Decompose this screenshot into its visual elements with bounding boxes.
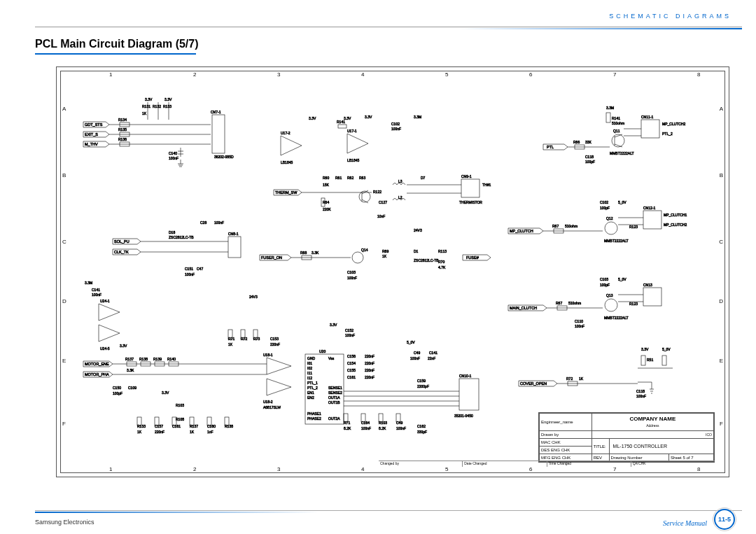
label-1k-1: 3.3K [312,251,319,255]
pin-i11: I11 [307,371,312,375]
label-c102: C102 [391,122,400,126]
pin-out1a: SENSE1 [328,386,342,390]
label-24v3-4: 5_0V [662,347,671,351]
grid-col-6-top: 6 [529,71,532,78]
grid-col-3-top: 3 [277,71,280,78]
label-510-3: 510ohm [568,301,581,305]
label-33v-7: 3.3V [162,391,169,395]
label-q13-r: Q13 [606,293,613,297]
pin-vbb: Vss [328,356,335,360]
label-r66-b: R67 [556,301,562,305]
net-sol-pu: SOL_PU [114,239,130,244]
label-lb1845: A6817SLW [263,405,281,409]
net-motor-pha: MOTOR_PHA [85,372,109,377]
grid-col-6-bot: 6 [529,466,532,472]
tb-company: COMPANY NAME [629,416,676,422]
label-c160: C162 [417,424,426,428]
grid-row-a-right: A [720,106,723,112]
label-c127: C127 [379,200,387,204]
label-c154: C156 [347,354,356,358]
label-r109: R69 [382,249,388,253]
label-100nf-8: 100nF [410,356,420,360]
net-fuser-on: FUSER_ON [261,255,282,260]
svg-rect-71 [641,120,659,138]
change-row: Changed by Date Changed Time Changed QA … [379,461,715,467]
grid-col-4-top: 4 [361,71,364,78]
label-8.2k: 8.2K [344,426,351,430]
label-r66: R64 [323,200,329,204]
label-33v-6: 3.3V [120,344,127,348]
net-m-thv: M_THV [85,142,98,146]
tb-title-label: TITLE: [592,439,609,454]
label-q12: Q12 [606,216,613,220]
label-c47: C47 [197,267,203,271]
label-c141: C150 [113,386,121,390]
svg-point-37 [352,252,363,263]
pin-i02: I02 [307,366,312,370]
label-d7: D7 [421,176,426,180]
label-c103: C103 [600,277,608,281]
tb-drawing-title: ML-1750 CONTROLLER [609,439,713,454]
label-r68: R60 [323,176,329,180]
pin-sense1: PHASE1 [307,412,321,416]
pin-mode: OUT2A [328,416,340,421]
pin-i12: I12 [307,376,312,380]
label-33k-1: 15K [323,183,330,187]
label-33v-5: 3.3V [365,115,372,119]
label-c157: C159 [417,379,426,383]
label-r129: R108 [176,417,184,421]
label-10k-6: 1K [579,377,584,381]
label-24v3-3: 5_0V [618,277,626,281]
label-100nf-3: 100nF [214,220,224,225]
label-c28: C28 [200,220,206,225]
schematic-content: CN7-1 36202-085D 3.3V 3.3V R131 R132 R13… [71,81,715,445]
label-r125: R71 [344,421,350,425]
label-r106: R68 [300,251,307,255]
label-100nf-1: 100nF [169,156,178,160]
label-10k-5: 1K [190,430,195,434]
label-r128: R103 [176,403,184,407]
net-thermistor: THERMISTOR [459,200,482,204]
label-r137: R137 [125,357,134,361]
label-100nf-4: 100nF [185,272,195,276]
grid-col-8-top: 8 [697,71,700,78]
grid-col-4-bot: 4 [361,466,364,472]
svg-point-84 [605,222,617,234]
label-510ohm: 510ohm [612,121,624,125]
pin-i01: I01 [307,361,312,365]
label-c49: C109 [128,386,136,390]
footer-rule-grey [35,510,742,511]
label-c110: C118 [636,389,645,393]
label-r13-q: R122 [373,190,382,194]
label-e220nf-2: 220nF [365,361,374,365]
tb-address: Address [646,423,659,428]
label-33v-8: 3.3V [330,323,337,327]
label-r60: R67 [552,224,559,228]
footer-manual: Service Manual [663,519,707,527]
net-th1: TH#1 [482,183,491,187]
svg-rect-70 [606,113,610,122]
label-36202: 36202-085D [214,155,234,159]
label-c159: C161 [347,375,356,379]
label-r122: R71 [228,337,234,341]
label-q11: Q11 [613,129,620,133]
label-c51: C151 [185,267,193,271]
label-lm393e-2: LB1845 [347,158,359,162]
label-8.2k-2: 8.2K [379,426,386,430]
label-cn11: CN11-1 [641,115,653,119]
label-r69: R61 [335,176,342,180]
pin-out1b: SENSE2 [328,391,342,395]
grid-row-e-left: E [62,358,66,364]
label-24v3-2: 5_0V [618,200,626,204]
net-exit-s: EXIT_S [85,132,98,136]
label-10k-4: 1K [137,430,142,434]
grid-col-1-bot: 1 [109,466,112,472]
label-r134: R134 [118,118,127,122]
net-therm-sw: THERM_SW [275,190,298,195]
label-100nf-9: 100nF [361,426,371,430]
label-220k: 220K [323,207,331,211]
label-in4003-1: R123 [629,225,638,229]
label-10k-1: 1K [142,111,147,115]
label-r63-b: R141 [612,116,620,120]
label-r70: R62 [347,176,354,180]
